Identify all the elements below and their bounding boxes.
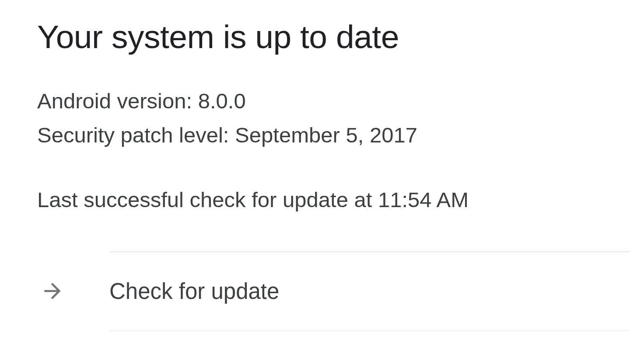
check-for-update-label: Check for update	[109, 278, 279, 304]
check-for-update-button[interactable]: Check for update	[109, 251, 630, 331]
arrow-right-icon	[40, 279, 65, 303]
security-patch-text: Security patch level: September 5, 2017	[37, 118, 630, 152]
last-check-text: Last successful check for update at 11:5…	[37, 187, 630, 212]
system-update-panel: Your system is up to date Android versio…	[0, 0, 630, 331]
android-version-text: Android version: 8.0.0	[37, 84, 630, 118]
system-info-block: Android version: 8.0.0 Security patch le…	[37, 84, 630, 153]
page-title: Your system is up to date	[37, 17, 630, 58]
